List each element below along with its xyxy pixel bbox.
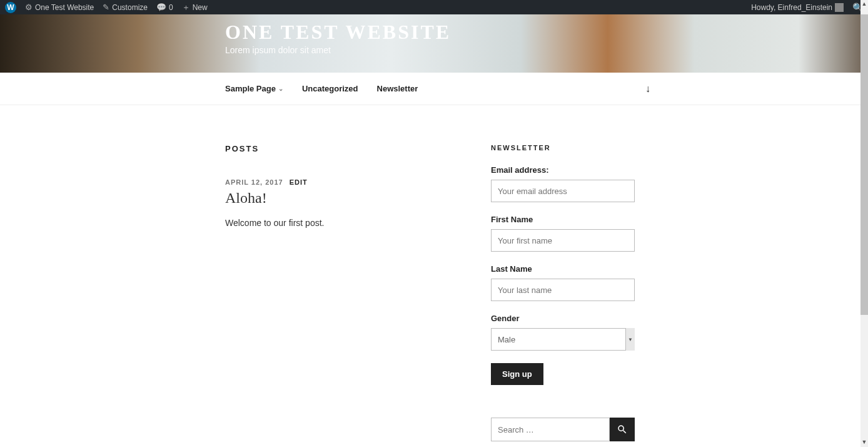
wp-logo[interactable]: W: [5, 2, 16, 13]
gender-label: Gender: [491, 314, 635, 323]
wp-admin-bar: W ⚙One Test Website ✎Customize 💬0 ＋New H…: [0, 0, 868, 14]
nav-item-newsletter[interactable]: Newsletter: [377, 84, 418, 93]
scrollbar[interactable]: ▲ ▼: [860, 0, 868, 441]
brush-icon: ✎: [103, 3, 109, 12]
post-excerpt: Welcome to our first post.: [225, 218, 428, 228]
comment-icon: 💬: [156, 3, 166, 12]
last-name-field[interactable]: [491, 279, 635, 301]
main-nav: Sample Page⌄ Uncategorized Newsletter ↓: [0, 73, 868, 105]
posts-column: POSTS APRIL 12, 2017 EDIT Aloha! Welcome…: [225, 144, 428, 441]
first-name-field[interactable]: [491, 229, 635, 252]
chevron-down-icon: ⌄: [278, 85, 283, 92]
search-button[interactable]: [610, 418, 635, 441]
post-edit-link[interactable]: EDIT: [290, 178, 308, 186]
first-name-label: First Name: [491, 215, 635, 224]
scroll-down-icon[interactable]: ▼: [860, 439, 868, 441]
site-tagline: Lorem ipsum dolor sit amet: [225, 45, 868, 55]
site-name-link[interactable]: ⚙One Test Website: [25, 3, 94, 12]
last-name-label: Last Name: [491, 264, 635, 274]
scroll-up-icon[interactable]: ▲: [860, 1, 868, 8]
scroll-down-icon[interactable]: ↓: [645, 83, 650, 95]
comments-count: 0: [169, 3, 173, 12]
nav-label: Newsletter: [377, 84, 418, 93]
scroll-thumb[interactable]: [860, 14, 868, 315]
customize-link[interactable]: ✎Customize: [103, 3, 148, 12]
post-date[interactable]: APRIL 12, 2017: [225, 178, 283, 186]
posts-heading: POSTS: [225, 144, 428, 153]
howdy-link[interactable]: Howdy, Einfred_Einstein: [751, 3, 844, 12]
site-hero: ONE TEST WEBSITE Lorem ipsum dolor sit a…: [0, 14, 868, 73]
site-title[interactable]: ONE TEST WEBSITE: [225, 21, 868, 44]
nav-label: Uncategorized: [302, 84, 358, 93]
email-label: Email address:: [491, 165, 635, 175]
customize-label: Customize: [112, 3, 148, 12]
nav-label: Sample Page: [225, 84, 276, 93]
sidebar: NEWSLETTER Email address: First Name Las…: [491, 144, 635, 441]
post-title[interactable]: Aloha!: [225, 190, 428, 207]
email-field[interactable]: [491, 180, 635, 202]
dashboard-icon: ⚙: [25, 3, 33, 12]
nav-item-uncategorized[interactable]: Uncategorized: [302, 84, 358, 93]
new-link[interactable]: ＋New: [182, 2, 208, 13]
comments-link[interactable]: 💬0: [156, 3, 173, 12]
gender-select[interactable]: [491, 328, 635, 351]
search-widget: [491, 418, 635, 441]
signup-button[interactable]: Sign up: [491, 363, 543, 385]
howdy-label: Howdy, Einfred_Einstein: [751, 3, 832, 12]
new-label: New: [193, 3, 208, 12]
newsletter-title: NEWSLETTER: [491, 144, 635, 152]
search-icon: [617, 424, 628, 435]
avatar: [835, 3, 844, 12]
site-name-label: One Test Website: [35, 3, 94, 12]
search-input[interactable]: [491, 418, 610, 441]
plus-icon: ＋: [182, 2, 190, 13]
nav-item-sample-page[interactable]: Sample Page⌄: [225, 84, 283, 93]
